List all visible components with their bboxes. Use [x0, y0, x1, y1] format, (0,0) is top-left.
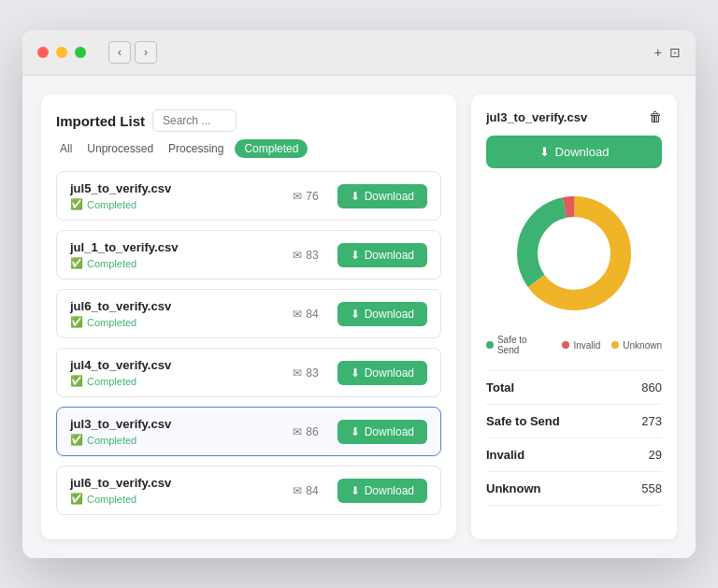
stats-table: Total 860 Safe to Send 273 Invalid 29 Un… — [486, 370, 662, 506]
download-button[interactable]: ⬇ Download — [337, 184, 427, 208]
item-status: ✅ Completed — [70, 316, 171, 328]
status-label: Completed — [87, 317, 136, 328]
forward-button[interactable]: › — [135, 41, 157, 64]
nav-group: ‹ › — [101, 41, 157, 64]
filter-processing[interactable]: Processing — [165, 140, 227, 157]
unknown-dot — [611, 341, 619, 349]
list-item[interactable]: jul3_to_verify.csv ✅ Completed ✉ 86 ⬇ Do… — [56, 407, 441, 456]
item-mid: ✉ 84 ⬇ Download — [278, 302, 427, 326]
item-status: ✅ Completed — [70, 375, 171, 387]
download-icon: ⬇ — [539, 145, 550, 159]
item-info: jul_1_to_verify.csv ✅ Completed — [70, 240, 178, 269]
invalid-dot — [562, 341, 569, 349]
item-name: jul6_to_verify.csv — [70, 476, 171, 490]
item-name: jul3_to_verify.csv — [70, 417, 171, 431]
check-icon: ✅ — [70, 257, 83, 269]
filter-completed[interactable]: Completed — [235, 139, 308, 158]
rp-header: jul3_to_verify.csv 🗑 — [486, 109, 662, 124]
envelope-icon: ✉ — [293, 425, 302, 438]
download-button[interactable]: ⬇ Download — [337, 361, 427, 385]
main-content: Imported List All Unprocessed Processing… — [22, 76, 696, 558]
item-info: jul6_to_verify.csv ✅ Completed — [70, 476, 171, 505]
download-arrow-icon: ⬇ — [351, 366, 360, 380]
stat-label: Invalid — [486, 448, 524, 462]
item-name: jul6_to_verify.csv — [70, 299, 171, 313]
check-icon: ✅ — [70, 198, 83, 210]
app-window: ‹ › + ⊡ Imported List All Unprocessed Pr… — [22, 30, 696, 558]
status-label: Completed — [87, 435, 136, 446]
item-count: ✉ 84 — [293, 308, 318, 321]
item-name: jul_1_to_verify.csv — [70, 240, 178, 254]
titlebar-actions: + ⊡ — [654, 45, 681, 60]
delete-button[interactable]: 🗑 — [649, 109, 662, 124]
imported-list: jul5_to_verify.csv ✅ Completed ✉ 76 ⬇ Do… — [56, 171, 441, 515]
download-button[interactable]: ⬇ Download — [337, 420, 427, 444]
stat-value: 29 — [649, 448, 662, 462]
rp-filename: jul3_to_verify.csv — [486, 110, 587, 124]
item-status: ✅ Completed — [70, 434, 171, 446]
item-info: jul6_to_verify.csv ✅ Completed — [70, 299, 171, 328]
item-count: ✉ 84 — [293, 484, 318, 497]
filter-all[interactable]: All — [56, 140, 76, 157]
list-item[interactable]: jul6_to_verify.csv ✅ Completed ✉ 84 ⬇ Do… — [56, 289, 441, 338]
item-count: ✉ 86 — [293, 425, 318, 438]
list-item[interactable]: jul_1_to_verify.csv ✅ Completed ✉ 83 ⬇ D… — [56, 230, 441, 280]
download-button[interactable]: ⬇ Download — [337, 479, 427, 503]
search-input[interactable] — [152, 109, 237, 132]
filter-tabs: All Unprocessed Processing Completed — [56, 139, 308, 158]
download-arrow-icon: ⬇ — [351, 190, 360, 203]
list-item[interactable]: jul4_to_verify.csv ✅ Completed ✉ 83 ⬇ Do… — [56, 348, 441, 397]
download-arrow-icon: ⬇ — [351, 425, 360, 438]
panel-title: Imported List — [56, 113, 145, 129]
item-mid: ✉ 83 ⬇ Download — [278, 243, 427, 267]
donut-chart — [486, 183, 662, 323]
download-button[interactable]: ⬇ Download — [337, 302, 427, 326]
copy-icon[interactable]: ⊡ — [669, 45, 681, 60]
stat-value: 860 — [641, 380, 662, 394]
invalid-label: Invalid — [573, 340, 600, 351]
download-arrow-icon: ⬇ — [351, 249, 360, 262]
rp-download-label: Download — [555, 145, 610, 159]
item-info: jul4_to_verify.csv ✅ Completed — [70, 358, 171, 387]
panel-header: Imported List All Unprocessed Processing… — [56, 109, 441, 158]
envelope-icon: ✉ — [293, 308, 302, 321]
maximize-button[interactable] — [75, 47, 86, 58]
stat-label: Unknown — [486, 481, 541, 495]
filter-unprocessed[interactable]: Unprocessed — [83, 140, 157, 157]
list-item[interactable]: jul5_to_verify.csv ✅ Completed ✉ 76 ⬇ Do… — [56, 171, 441, 221]
item-status: ✅ Completed — [70, 493, 171, 505]
item-mid: ✉ 86 ⬇ Download — [278, 420, 427, 444]
stat-label: Safe to Send — [486, 414, 560, 428]
download-button[interactable]: ⬇ Download — [337, 243, 427, 267]
back-button[interactable]: ‹ — [108, 41, 131, 64]
item-status: ✅ Completed — [70, 198, 171, 210]
legend-invalid: Invalid — [562, 335, 600, 355]
download-arrow-icon: ⬇ — [351, 308, 360, 321]
envelope-icon: ✉ — [293, 190, 302, 203]
stat-row: Invalid 29 — [486, 438, 662, 472]
stat-row: Unknown 558 — [486, 472, 662, 506]
envelope-icon: ✉ — [293, 484, 302, 497]
item-info: jul5_to_verify.csv ✅ Completed — [70, 181, 171, 210]
item-mid: ✉ 83 ⬇ Download — [278, 361, 427, 385]
item-mid: ✉ 84 ⬇ Download — [278, 479, 427, 503]
minimize-button[interactable] — [56, 47, 67, 58]
legend-unknown: Unknown — [611, 335, 662, 355]
list-item[interactable]: jul6_to_verify.csv ✅ Completed ✉ 84 ⬇ Do… — [56, 466, 441, 515]
envelope-icon: ✉ — [293, 249, 302, 262]
item-count: ✉ 76 — [293, 190, 318, 203]
legend-safe: Safe to Send — [486, 335, 551, 355]
item-count: ✉ 83 — [293, 366, 318, 380]
stat-value: 273 — [641, 414, 662, 428]
add-icon[interactable]: + — [654, 45, 662, 60]
download-arrow-icon: ⬇ — [351, 484, 360, 497]
unknown-label: Unknown — [623, 340, 662, 351]
envelope-icon: ✉ — [293, 366, 302, 380]
stat-row: Safe to Send 273 — [486, 405, 662, 438]
close-button[interactable] — [37, 47, 49, 58]
item-name: jul4_to_verify.csv — [70, 358, 171, 372]
item-count: ✉ 83 — [293, 249, 318, 262]
check-icon: ✅ — [70, 316, 83, 328]
rp-download-button[interactable]: ⬇ Download — [486, 136, 662, 168]
item-mid: ✉ 76 ⬇ Download — [278, 184, 427, 208]
